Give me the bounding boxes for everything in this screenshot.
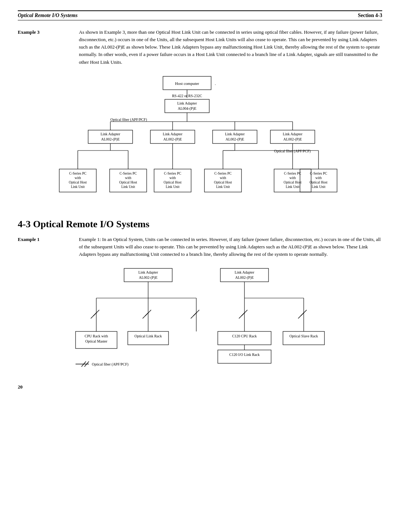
svg-text:AL002-(P)E: AL002-(P)E bbox=[283, 137, 302, 142]
header-section: Section 4-3 bbox=[358, 13, 382, 19]
header-title: Optical Remote I/O Systems bbox=[18, 13, 77, 19]
example1-label-col: Example 1 bbox=[18, 236, 79, 258]
example1-label: Example 1 bbox=[18, 237, 40, 242]
svg-text:CPU Rack with: CPU Rack with bbox=[85, 334, 108, 338]
svg-text:C-Series PC: C-Series PC bbox=[164, 172, 181, 175]
svg-text:Optical Master: Optical Master bbox=[85, 339, 107, 343]
svg-text:Link Adapter: Link Adapter bbox=[163, 132, 183, 136]
svg-text:C-Series PC: C-Series PC bbox=[120, 172, 137, 175]
diagram3-container: Host computer . RS-422 or RS-232C Link A… bbox=[18, 73, 382, 210]
svg-text:Optical Host: Optical Host bbox=[164, 181, 182, 184]
svg-text:RS-422 or RS-232C: RS-422 or RS-232C bbox=[172, 94, 202, 98]
svg-line-87 bbox=[191, 313, 196, 318]
svg-text:AL004-(P)E: AL004-(P)E bbox=[178, 106, 196, 111]
svg-text:Link Adapter: Link Adapter bbox=[225, 132, 245, 136]
svg-rect-106 bbox=[283, 331, 324, 345]
svg-text:Link Adapter: Link Adapter bbox=[283, 132, 303, 136]
diagram1-container: Link Adapter AL002-(P)E Link Adapter AL0… bbox=[18, 265, 382, 372]
svg-text:Optical Link Rack: Optical Link Rack bbox=[134, 334, 162, 338]
svg-text:AL002-(P)E: AL002-(P)E bbox=[139, 275, 157, 280]
svg-text:Optical Host: Optical Host bbox=[119, 181, 137, 184]
page-footer: 20 bbox=[18, 384, 382, 390]
example3-text: As shown in Example 3, more than one Opt… bbox=[79, 29, 382, 66]
svg-text:AL002-(P)E: AL002-(P)E bbox=[235, 275, 254, 280]
svg-text:C120 I/O Link Rack: C120 I/O Link Rack bbox=[229, 353, 260, 357]
page: Optical Remote I/O Systems Section 4-3 E… bbox=[0, 0, 400, 532]
svg-text:Link Unit: Link Unit bbox=[121, 185, 135, 189]
svg-text:Link Unit: Link Unit bbox=[71, 185, 85, 189]
example3-label: Example 3 bbox=[18, 29, 40, 35]
svg-line-95 bbox=[298, 313, 304, 318]
svg-text:with: with bbox=[220, 176, 226, 180]
diagram1-svg: Link Adapter AL002-(P)E Link Adapter AL0… bbox=[59, 265, 341, 372]
page-header: Optical Remote I/O Systems Section 4-3 bbox=[18, 10, 382, 20]
svg-text:Link Adapter: Link Adapter bbox=[138, 270, 158, 274]
svg-line-84 bbox=[143, 313, 148, 318]
svg-text:with: with bbox=[125, 176, 131, 180]
svg-text:Optical Host: Optical Host bbox=[284, 181, 302, 184]
svg-rect-103 bbox=[218, 350, 271, 363]
example3-section: Example 3 As shown in Example 3, more th… bbox=[18, 29, 382, 66]
svg-text:AL002-(P)E: AL002-(P)E bbox=[226, 137, 244, 142]
svg-line-81 bbox=[91, 313, 96, 318]
svg-text:C-Series PC: C-Series PC bbox=[214, 172, 232, 175]
example1-section: Example 1 Example 1: In an Optical Syste… bbox=[18, 236, 382, 258]
svg-rect-99 bbox=[128, 331, 169, 345]
svg-text:Link Unit: Link Unit bbox=[311, 185, 326, 189]
example1-text: Example 1: In an Optical System, Units c… bbox=[79, 236, 382, 258]
svg-text:Link Unit: Link Unit bbox=[286, 185, 300, 189]
svg-text:with: with bbox=[170, 176, 176, 180]
svg-text:C-Series PC: C-Series PC bbox=[284, 172, 301, 175]
svg-text:C-Series PC: C-Series PC bbox=[69, 172, 87, 175]
svg-text:Link Adapter: Link Adapter bbox=[234, 270, 254, 274]
svg-text:with: with bbox=[75, 176, 81, 180]
svg-rect-101 bbox=[218, 331, 271, 345]
svg-text:Link Adapter: Link Adapter bbox=[100, 132, 120, 136]
diagram3-svg: Host computer . RS-422 or RS-232C Link A… bbox=[56, 73, 344, 210]
svg-text:with: with bbox=[316, 176, 322, 180]
svg-line-92 bbox=[239, 313, 244, 318]
svg-text:with: with bbox=[290, 176, 296, 180]
svg-text:Optical Host: Optical Host bbox=[69, 181, 87, 184]
svg-text:Optical Host: Optical Host bbox=[310, 181, 328, 184]
svg-text:Link Adapter: Link Adapter bbox=[177, 101, 197, 105]
page-number: 20 bbox=[18, 384, 23, 390]
svg-text:C120 CPU Rack: C120 CPU Rack bbox=[232, 334, 257, 338]
svg-text:Host computer: Host computer bbox=[175, 81, 199, 86]
svg-text:AL002-(P)E: AL002-(P)E bbox=[101, 137, 120, 142]
svg-text:Link Unit: Link Unit bbox=[166, 185, 180, 189]
svg-text:AL002-(P)E: AL002-(P)E bbox=[163, 137, 182, 142]
section-heading: 4-3 Optical Remote I/O Systems bbox=[18, 219, 382, 230]
svg-text:Optical Slave Rack: Optical Slave Rack bbox=[289, 334, 318, 338]
svg-text:Optical Host: Optical Host bbox=[214, 181, 232, 184]
svg-text:Optical fiber (APF/PCF): Optical fiber (APF/PCF) bbox=[92, 362, 129, 367]
example3-label-col: Example 3 bbox=[18, 29, 79, 66]
svg-text:Link Unit: Link Unit bbox=[216, 185, 230, 189]
svg-text:C-Series PC: C-Series PC bbox=[310, 172, 327, 175]
svg-text:.: . bbox=[215, 81, 216, 86]
svg-text:Optical fiber (APF/PCF): Optical fiber (APF/PCF) bbox=[110, 118, 147, 122]
